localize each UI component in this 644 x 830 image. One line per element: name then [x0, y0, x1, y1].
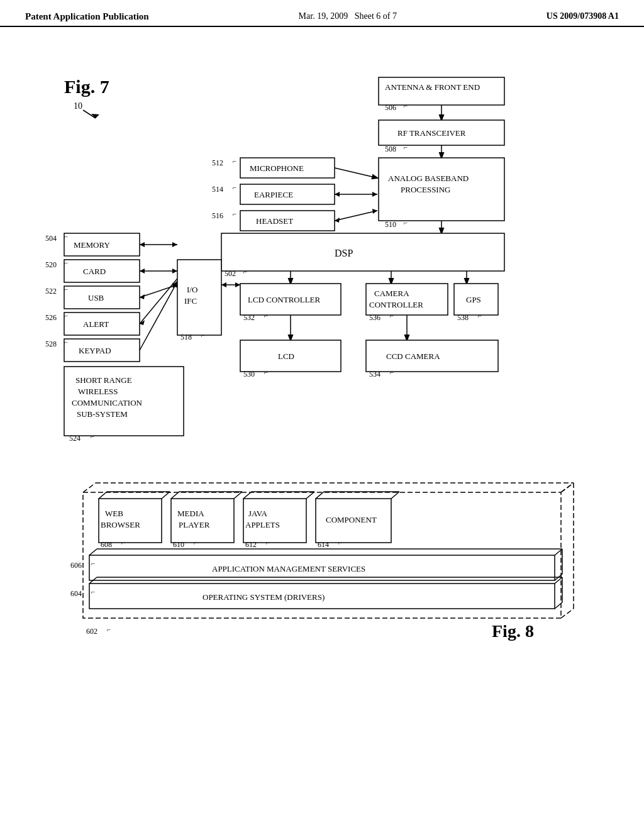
svg-line-25	[140, 279, 177, 324]
main-content: Fig. 7 10 ANTENNA & FRONT END 506 ⌐ RF T…	[0, 27, 644, 656]
java-ref-mark: ⌐	[266, 539, 270, 546]
svg-line-36	[561, 483, 574, 492]
memory-ref-mark: ⌐	[64, 233, 68, 240]
rf-ref-mark: ⌐	[404, 143, 408, 151]
analog-ref: 510	[385, 220, 396, 229]
rf-ref: 508	[385, 145, 396, 153]
keypad-ref: 528	[45, 340, 57, 348]
page-header: Patent Application Publication Mar. 19, …	[0, 0, 644, 27]
analog-label2: PROCESSING	[401, 185, 450, 194]
earpiece-label: EARPIECE	[254, 190, 293, 199]
header-date: Mar. 19, 2009	[299, 11, 348, 21]
component-label: COMPONENT	[326, 515, 377, 524]
app-mgmt-label: APPLICATION MANAGEMENT SERVICES	[212, 564, 365, 573]
io-label1: I/O	[187, 285, 197, 294]
microphone-label: MICROPHONE	[250, 163, 304, 173]
header-patent-number: US 2009/073908 A1	[547, 11, 619, 21]
antenna-ref-mark: ⌐	[404, 102, 408, 109]
gps-ref: 538	[457, 313, 469, 322]
ccd-ref: 534	[369, 370, 380, 379]
usb-ref-mark: ⌐	[64, 285, 68, 293]
svg-line-27	[140, 282, 177, 350]
headset-label: HEADSET	[256, 216, 293, 226]
antenna-label: ANTENNA & FRONT END	[385, 82, 480, 92]
fig8-label: Fig. 8	[492, 621, 534, 641]
alert-label: ALERT	[83, 319, 109, 329]
os-ref-mark: ⌐	[91, 588, 95, 595]
media-label1: MEDIA	[177, 509, 204, 518]
java-ref: 612	[245, 540, 257, 549]
os-label: OPERATING SYSTEM (DRIVERS)	[203, 592, 325, 602]
analog-label1: ANALOG BASEBAND	[388, 174, 469, 183]
svg-marker-21	[172, 268, 177, 274]
java-label1: JAVA	[248, 509, 267, 518]
sr-label2: WIRELESS	[78, 387, 118, 396]
java-label2: APPLETS	[245, 520, 280, 529]
usb-label: USB	[88, 293, 104, 302]
camera-ctrl-label2: CONTROLLER	[369, 300, 423, 309]
svg-marker-30	[235, 282, 240, 287]
web-label1: WEB	[105, 509, 123, 518]
sr-label3: COMMUNICATION	[72, 398, 143, 407]
ccd-label: CCD CAMERA	[386, 351, 440, 361]
card-ref: 520	[45, 260, 57, 269]
usb-ref: 522	[45, 287, 57, 296]
rf-label: RF TRANSCEIVER	[397, 128, 466, 138]
header-sheet: Sheet 6 of 7	[355, 11, 397, 21]
gps-ref-mark: ⌐	[478, 312, 482, 319]
sr-label1: SHORT RANGE	[75, 375, 132, 385]
dsp-ref-mark: ⌐	[243, 268, 247, 275]
sr-ref-mark: ⌐	[91, 433, 94, 440]
io-ref: 518	[180, 333, 192, 341]
gps-label: GPS	[466, 295, 481, 304]
web-ref-mark: ⌐	[121, 539, 125, 546]
card-ref-mark: ⌐	[64, 259, 68, 267]
earpiece-ref-mark: ⌐	[233, 184, 236, 191]
camera-ctrl-ref-mark: ⌐	[390, 312, 394, 319]
sr-label4: SUB-SYSTEM	[77, 409, 128, 419]
media-ref-mark: ⌐	[194, 539, 197, 546]
earpiece-ref: 514	[212, 185, 223, 194]
keypad-ref-mark: ⌐	[64, 338, 68, 346]
lcd-ctrl-ref: 532	[243, 313, 255, 322]
svg-marker-18	[172, 242, 177, 247]
ccd-ref-mark: ⌐	[390, 368, 394, 376]
fig7-diagram: Fig. 7 10 ANTENNA & FRONT END 506 ⌐ RF T…	[26, 58, 618, 461]
media-ref: 610	[173, 540, 184, 549]
lcd-ctrl-label: LCD CONTROLLER	[248, 295, 321, 304]
svg-line-33	[83, 483, 96, 492]
svg-line-38	[561, 609, 574, 618]
keypad-label: KEYPAD	[79, 346, 111, 355]
component-ref-mark: ⌐	[338, 539, 342, 546]
alert-ref: 526	[45, 313, 57, 322]
alert-ref-mark: ⌐	[64, 312, 68, 319]
antenna-ref: 506	[385, 103, 396, 112]
svg-marker-17	[140, 242, 145, 247]
fig7-label: Fig. 7	[64, 76, 109, 97]
lcd-ref: 530	[243, 370, 255, 379]
web-label2: BROWSER	[101, 520, 140, 529]
app-mgmt-ref-mark: ⌐	[91, 560, 95, 567]
headset-ref-mark: ⌐	[233, 210, 236, 218]
header-date-sheet: Mar. 19, 2009 Sheet 6 of 7	[299, 11, 397, 21]
microphone-ref: 512	[212, 158, 223, 167]
svg-marker-8	[372, 192, 377, 197]
header-title: Patent Application Publication	[25, 11, 149, 22]
fig7-ref-10: 10	[74, 101, 82, 111]
web-ref: 608	[101, 540, 112, 549]
svg-line-9	[335, 211, 377, 221]
io-label2: IFC	[184, 296, 197, 306]
card-label: CARD	[83, 267, 106, 276]
mic-ref-mark: ⌐	[233, 157, 236, 165]
headset-ref: 516	[212, 211, 223, 220]
svg-marker-7	[335, 192, 340, 197]
sr-ref: 524	[69, 434, 80, 443]
lcd-ctrl-ref-mark: ⌐	[264, 312, 268, 319]
memory-label: MEMORY	[74, 240, 110, 250]
dsp-ref: 502	[225, 269, 236, 278]
component-ref: 614	[318, 540, 329, 549]
camera-ctrl-ref: 536	[369, 313, 380, 322]
fig8-diagram: 602 ⌐ WEB BROWSER 608 ⌐ MEDIA PLAYER 610…	[52, 480, 592, 643]
analog-ref-mark: ⌐	[404, 219, 408, 226]
memory-ref: 504	[45, 234, 57, 243]
